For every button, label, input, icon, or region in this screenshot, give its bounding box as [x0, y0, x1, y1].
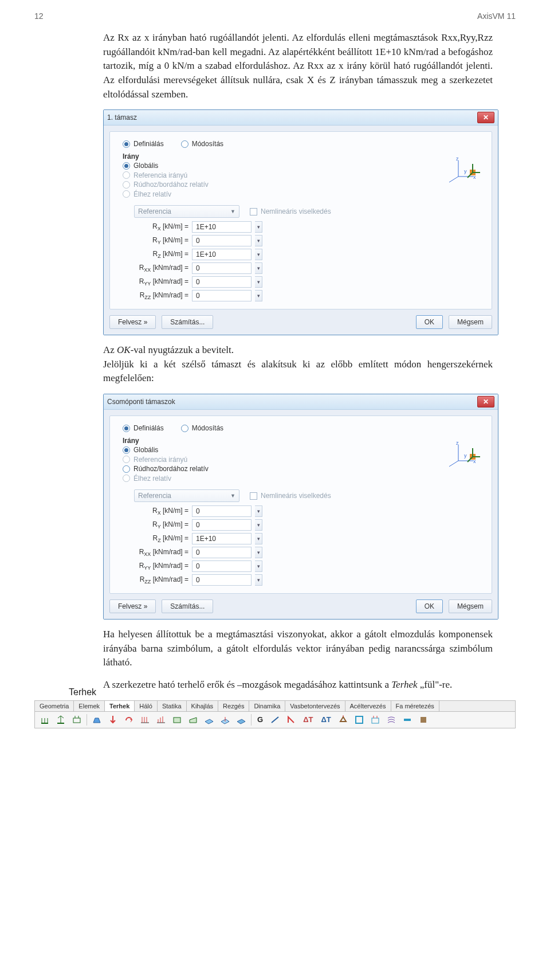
svg-text:y: y — [464, 168, 467, 174]
tool-load-3[interactable] — [70, 714, 83, 726]
input-rxx[interactable]: 0 — [192, 547, 252, 558]
szamitas-button[interactable]: Számítás... — [162, 315, 213, 329]
input-rz[interactable]: 1E+10 — [192, 249, 252, 260]
tool-weight[interactable] — [91, 714, 103, 726]
dialog-csomoponti-tamaszok: Csomóponti támaszok ✕ Definiálás Módosít… — [103, 394, 498, 620]
radio-referencia-iranyu: Referencia irányú — [123, 171, 187, 179]
input-rz[interactable]: 1E+10 — [192, 533, 252, 544]
szamitas-button[interactable]: Számítás... — [162, 599, 213, 613]
input-ry[interactable]: 0 — [192, 235, 252, 246]
tab-fa méretezés[interactable]: Fa méretezés — [391, 701, 439, 711]
radio-definialas[interactable]: Definiálás — [123, 140, 164, 148]
svg-text:y: y — [464, 453, 467, 458]
tool-support-disp[interactable] — [337, 714, 349, 726]
svg-marker-29 — [93, 718, 100, 723]
tab-acéltervezés[interactable]: Acéltervezés — [345, 701, 391, 711]
paragraph-2: Az OK-val nyugtázzuk a bevitelt. Jelöljü… — [103, 343, 493, 386]
axes-icon: z x y — [445, 440, 481, 471]
ok-button[interactable]: OK — [416, 315, 443, 329]
tool-surface-1[interactable] — [203, 714, 215, 726]
tool-angle[interactable] — [285, 714, 297, 726]
svg-text:z: z — [456, 156, 459, 162]
stiffness-rows: RX [kN/m] =1E+10▾ RY [kN/m] =0▾ RZ [kN/m… — [117, 221, 485, 301]
tool-box[interactable] — [417, 714, 430, 726]
svg-rect-26 — [73, 718, 80, 723]
svg-rect-49 — [372, 718, 379, 723]
paragraph-1: Az Rx az x irányban ható rugóállandót je… — [103, 31, 493, 101]
radio-definialas[interactable]: Definiálás — [123, 424, 164, 432]
tab-rezgés[interactable]: Rezgés — [218, 701, 249, 711]
tool-area-load[interactable] — [171, 714, 183, 726]
felvesz-button[interactable]: Felvesz » — [109, 599, 156, 613]
tool-plate[interactable] — [353, 714, 366, 726]
tool-bar[interactable] — [401, 714, 414, 726]
tool-load-2[interactable] — [54, 714, 67, 726]
ok-button[interactable]: OK — [416, 599, 443, 613]
check-nonlinear: Nemlineáris viselkedés — [250, 207, 331, 215]
tab-geometria[interactable]: Geometria — [35, 701, 74, 711]
tool-force[interactable] — [107, 714, 119, 726]
close-button[interactable]: ✕ — [477, 112, 494, 123]
tool-linear-load[interactable] — [139, 714, 151, 726]
svg-line-4 — [449, 177, 458, 182]
radio-modositas[interactable]: Módosítás — [181, 424, 223, 432]
svg-rect-52 — [404, 719, 411, 721]
tab-terhek[interactable]: Terhek — [105, 701, 135, 711]
svg-rect-48 — [356, 716, 363, 723]
radio-globalis[interactable]: Globális — [123, 162, 158, 170]
tab-elemek[interactable]: Elemek — [74, 701, 105, 711]
radio-rudhoz-relativ: Rúdhoz/bordához relatív — [123, 181, 209, 189]
svg-marker-40 — [190, 718, 197, 723]
tool-moment[interactable] — [123, 714, 135, 726]
input-ry[interactable]: 0 — [192, 519, 252, 531]
tool-dt2-icon[interactable]: ΔT — [319, 714, 333, 726]
paragraph-4: Ha helyesen állítottuk be a megtámasztás… — [103, 628, 493, 670]
megsem-button[interactable]: Mégsem — [449, 315, 492, 329]
input-ryy[interactable]: 0 — [192, 560, 252, 572]
radio-elhez-relativ: Élhez relatív — [123, 190, 171, 198]
tool-plate-load[interactable] — [369, 714, 382, 726]
tool-g-icon[interactable]: G — [255, 714, 265, 726]
svg-text:z: z — [456, 440, 459, 446]
input-rzz[interactable]: 0 — [192, 574, 252, 586]
tab-vasbetontervezés[interactable]: Vasbetontervezés — [285, 701, 345, 711]
side-label-terhek: Terhek — [69, 687, 120, 697]
reference-combo: Referencia▼ — [134, 205, 239, 218]
input-rx[interactable]: 0 — [192, 505, 252, 517]
radio-modositas[interactable]: Módosítás — [181, 140, 223, 148]
page-number: 12 — [34, 11, 44, 21]
paragraph-5: A szerkezetre ható terhelő erők és –mozg… — [103, 678, 493, 692]
input-rxx[interactable]: 0 — [192, 262, 252, 274]
close-icon: ✕ — [483, 113, 489, 121]
tab-statika[interactable]: Statika — [158, 701, 187, 711]
close-button[interactable]: ✕ — [477, 396, 494, 407]
tool-dt-icon[interactable]: ΔT — [301, 714, 315, 726]
tool-load-1[interactable] — [38, 714, 51, 726]
input-rx[interactable]: 1E+10 — [192, 221, 252, 233]
radio-rudhoz-relativ[interactable]: Rúdhoz/bordához relatív — [123, 465, 209, 473]
svg-marker-44 — [237, 719, 245, 724]
tool-line-blue[interactable] — [269, 714, 281, 726]
label-irany: Irány — [123, 437, 485, 445]
axes-icon: z x y — [445, 156, 481, 187]
reference-combo: Referencia▼ — [134, 489, 239, 502]
felvesz-button[interactable]: Felvesz » — [109, 315, 156, 329]
tool-trap-load[interactable] — [155, 714, 167, 726]
radio-globalis[interactable]: Globális — [123, 446, 158, 454]
tab-háló[interactable]: Háló — [135, 701, 158, 711]
tool-area-trap[interactable] — [187, 714, 199, 726]
svg-marker-41 — [205, 719, 213, 724]
svg-rect-53 — [421, 717, 426, 723]
tab-dinamika[interactable]: Dinamika — [249, 701, 285, 711]
tool-surface-2[interactable] — [219, 714, 231, 726]
megsem-button[interactable]: Mégsem — [449, 599, 492, 613]
input-ryy[interactable]: 0 — [192, 276, 252, 288]
svg-line-14 — [449, 461, 458, 467]
tool-surface-3[interactable] — [235, 714, 247, 726]
tool-wind[interactable] — [385, 714, 398, 726]
radio-referencia-iranyu: Referencia irányú — [123, 456, 187, 464]
stiffness-rows: RX [kN/m] =0▾ RY [kN/m] =0▾ RZ [kN/m] =1… — [117, 505, 485, 586]
input-rzz[interactable]: 0 — [192, 290, 252, 301]
tab-kihajlás[interactable]: Kihajlás — [187, 701, 219, 711]
app-name: AxisVM 11 — [477, 11, 516, 21]
